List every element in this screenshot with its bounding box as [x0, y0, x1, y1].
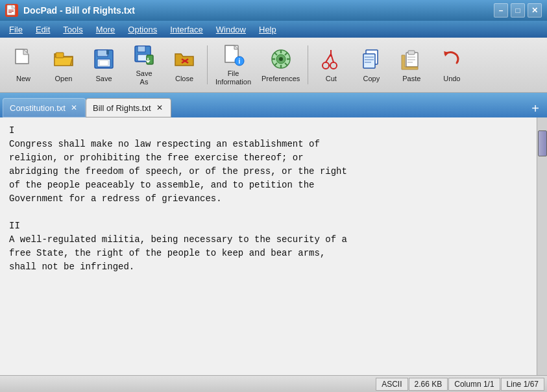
save-icon [91, 46, 117, 72]
tab-bill-of-rights-close[interactable]: ✕ [155, 103, 164, 112]
status-encoding: ASCII [376, 378, 407, 391]
status-bar: ASCII 2.66 KB Column 1/1 Line 1/67 [0, 375, 547, 392]
scrollbar-thumb[interactable] [538, 130, 547, 156]
open-icon [51, 46, 77, 72]
svg-rect-38 [365, 56, 374, 58]
svg-text:i: i [238, 58, 240, 65]
menu-interface[interactable]: Interface [164, 23, 210, 36]
svg-rect-5 [56, 53, 64, 58]
title-bar: DocPad - Bill of Rights.txt – □ ✕ [0, 0, 547, 21]
tab-bill-of-rights[interactable]: Bill of Rights.txt ✕ [86, 98, 171, 117]
svg-point-22 [279, 57, 283, 61]
status-column: Column 1/1 [448, 378, 500, 391]
minimize-button[interactable]: – [494, 3, 508, 18]
save-label: Save [95, 75, 112, 83]
new-label: New [16, 75, 30, 83]
paste-icon [398, 46, 424, 72]
menu-tools[interactable]: Tools [56, 23, 89, 36]
menu-bar: File Edit Tools More Options Interface W… [0, 21, 547, 38]
svg-rect-10 [99, 60, 108, 66]
svg-rect-37 [363, 54, 375, 68]
tab-constitution[interactable]: Constitution.txt ✕ [3, 98, 86, 117]
app-icon [5, 4, 18, 17]
tab-bill-of-rights-label: Bill of Rights.txt [93, 103, 151, 113]
file-info-button[interactable]: i File Information [211, 41, 256, 90]
preferences-icon [268, 46, 294, 72]
svg-point-32 [330, 62, 337, 69]
tab-add-button[interactable]: + [526, 100, 544, 117]
menu-help[interactable]: Help [252, 23, 283, 36]
separator-2 [308, 45, 308, 84]
tab-constitution-close[interactable]: ✕ [69, 103, 79, 112]
menu-options[interactable]: Options [121, 23, 164, 36]
undo-icon [439, 46, 465, 72]
save-button[interactable]: Save [84, 41, 123, 90]
menu-more[interactable]: More [90, 23, 122, 36]
paste-button[interactable]: Paste [392, 41, 431, 90]
open-label: Open [55, 75, 73, 83]
status-file-size: 2.66 KB [409, 378, 448, 391]
new-icon [10, 46, 36, 72]
svg-rect-8 [106, 50, 109, 55]
undo-label: Undo [443, 75, 460, 83]
svg-rect-2 [8, 11, 14, 12]
tab-bar: Constitution.txt ✕ Bill of Rights.txt ✕ … [0, 93, 547, 117]
preferences-label: Preferences [261, 75, 300, 83]
close-label: Close [175, 75, 193, 83]
editor-container: I Congress shall make no law respecting … [0, 117, 547, 375]
vertical-scrollbar[interactable] [537, 117, 547, 375]
svg-rect-45 [407, 62, 413, 63]
tab-constitution-label: Constitution.txt [10, 103, 66, 113]
maximize-button[interactable]: □ [511, 3, 525, 18]
window-title: DocPad - Bill of Rights.txt [23, 5, 135, 16]
status-line: Line 1/67 [501, 378, 544, 391]
save-as-label: Save As [136, 69, 152, 86]
close-file-icon [171, 46, 197, 72]
undo-button[interactable]: Undo [432, 41, 471, 90]
paste-label: Paste [402, 75, 420, 83]
cut-button[interactable]: Cut [311, 41, 350, 90]
cut-label: Cut [326, 75, 337, 83]
open-button[interactable]: Open [44, 41, 83, 90]
svg-rect-12 [138, 46, 145, 52]
copy-icon [358, 46, 384, 72]
cut-icon [318, 46, 344, 72]
svg-point-31 [322, 62, 329, 69]
separator-1 [207, 45, 208, 84]
menu-edit[interactable]: Edit [29, 23, 56, 36]
svg-rect-43 [407, 56, 415, 58]
file-info-label: File Information [215, 69, 251, 86]
copy-button[interactable]: Copy [352, 41, 391, 90]
svg-rect-40 [365, 62, 371, 63]
svg-rect-7 [97, 50, 108, 56]
file-info-icon: i [221, 43, 247, 67]
toolbar: New Open Save [0, 38, 547, 93]
copy-label: Copy [363, 75, 380, 83]
close-button[interactable]: ✕ [528, 3, 542, 18]
svg-rect-1 [8, 10, 14, 10]
new-button[interactable]: New [4, 41, 43, 90]
svg-line-33 [326, 54, 331, 62]
window-controls: – □ ✕ [494, 3, 542, 18]
preferences-button[interactable]: Preferences [257, 41, 304, 90]
menu-file[interactable]: File [3, 23, 29, 36]
menu-window[interactable]: Window [210, 23, 252, 36]
svg-rect-39 [365, 59, 374, 60]
editor-content[interactable]: I Congress shall make no law respecting … [0, 117, 537, 375]
close-file-button[interactable]: Close [165, 41, 204, 90]
save-as-button[interactable]: Save As [125, 41, 164, 90]
svg-rect-42 [408, 51, 415, 55]
save-as-icon [131, 43, 157, 67]
svg-rect-3 [8, 12, 12, 13]
svg-rect-44 [407, 59, 415, 60]
